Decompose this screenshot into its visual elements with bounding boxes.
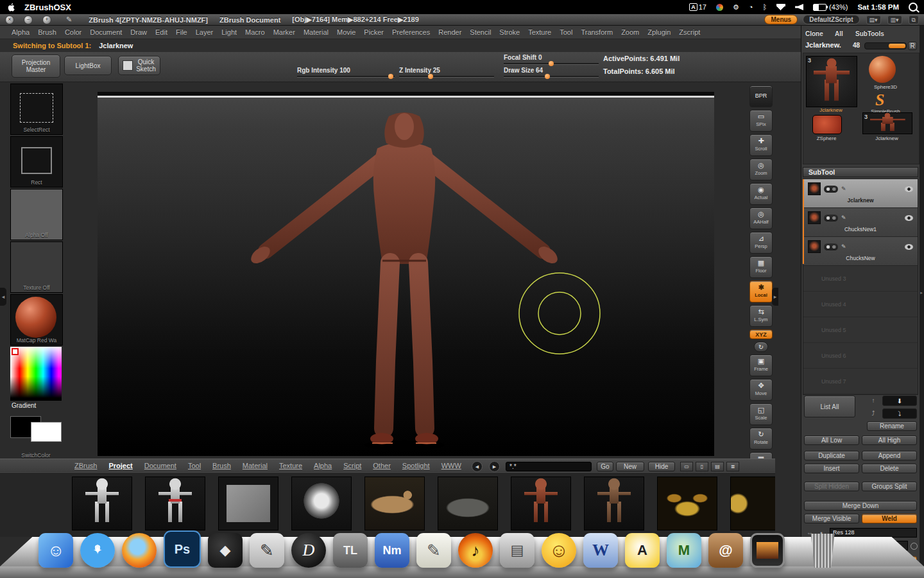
alpha-off-thumb[interactable]: Alpha Off [10,189,63,240]
paint-icon[interactable] [841,186,846,192]
subtool-empty-slot[interactable]: Unused 4 [803,292,918,317]
help-icon[interactable]: ⧉ [909,15,919,24]
default-zscript-button[interactable]: DefaultZScript [803,15,859,24]
gyro-button[interactable]: ↻ [754,342,768,352]
menu-item[interactable]: Picker [364,28,384,36]
time-machine-icon[interactable]: ◔ [749,3,753,11]
script-menu-icon[interactable]: ▥▾ [887,15,902,24]
append-button[interactable]: Append [862,451,917,460]
zoom-window-icon[interactable]: + [42,15,51,24]
rgb-intensity-slider[interactable]: Rgb Intensity 100 [297,67,395,77]
subtools-button[interactable]: SubTools [855,30,884,37]
lightbox-thumb-plane[interactable] [218,477,278,530]
lsym-button[interactable]: ⇆ L.Sym [749,305,773,327]
sphere3d-tool[interactable] [869,56,896,83]
ichat-smiley-icon[interactable]: ☺ [542,533,576,568]
spix-button[interactable]: ▭ SPix [749,110,773,132]
lightbox-tab[interactable]: Alpha [314,462,332,469]
lightbox-tab[interactable]: Tool [188,462,201,469]
aahalf-button[interactable]: ◎ AAHalf [749,207,773,229]
next-page-button[interactable]: ▶ [489,461,500,472]
lightbox-thumb-rhino[interactable] [438,477,498,530]
menubar-app-name[interactable]: ZBrushOSX [24,3,71,12]
sculpted-figure[interactable] [98,92,714,456]
firefox-icon[interactable] [122,533,157,568]
menu-item[interactable]: Tool [560,28,572,36]
filter-input[interactable] [506,462,592,471]
subtool-empty-slot[interactable]: Unused 6 [803,343,918,369]
secondary-color-swatch[interactable] [31,422,62,442]
aim-icon[interactable]: A [625,533,660,568]
word-icon[interactable]: W [583,533,618,568]
ChucksNew[interactable]: ChucksNew [803,237,918,266]
matcap-red-wax-thumb[interactable]: MatCap Red Wa [10,294,63,346]
menu-item[interactable]: File [176,28,187,36]
lightbox-thumb-mannequin-2[interactable] [145,477,205,530]
menubar-clock[interactable]: Sat 1:58 PM [857,3,899,11]
right-scroll-strip[interactable]: ▸ [919,26,924,578]
visibility-toggle[interactable] [824,243,838,250]
view-grid-icon[interactable]: ▤ [711,462,724,471]
lightbox-tab[interactable]: Script [343,462,361,469]
textedit-icon[interactable]: ✎ [416,533,451,568]
all-button[interactable]: All [835,30,843,37]
color-gradient-picker[interactable]: Gradient [10,347,62,410]
zbrush-sketch-icon[interactable]: ✎ [250,533,284,568]
input-source-icon[interactable]: A17 [689,3,706,11]
menus-button[interactable]: Menus [764,15,798,24]
subtool-empty-slot[interactable]: Unused 7 [803,369,918,394]
lightbox-thumb-sphere[interactable] [291,477,352,530]
menu-item[interactable]: Zoom [621,28,639,36]
menu-item[interactable]: Light [221,28,237,36]
minimize-window-icon[interactable]: − [24,15,33,24]
quick-sketch-button[interactable]: Quick Sketch [118,56,160,75]
all-low-button[interactable]: All Low [804,435,859,445]
menu-item[interactable]: Stroke [499,28,520,36]
eye-icon[interactable] [905,244,913,250]
zsphere-tool[interactable] [812,115,842,134]
focal-shift-slider[interactable]: Focal Shift 0 [504,54,599,64]
lightbox-tab[interactable]: Material [243,462,268,469]
hide-button[interactable]: Hide [648,462,675,471]
address-book-icon[interactable]: @ [708,533,743,568]
dragon-app-icon[interactable]: D [291,533,326,568]
lightbox-thumb-red-figure[interactable] [511,477,571,530]
menu-item[interactable]: Alpha [12,28,30,36]
photoshop-icon[interactable]: Ps [164,530,201,568]
safari-icon[interactable]: ✦ [80,533,115,568]
slider-knob[interactable] [545,74,550,79]
new-button[interactable]: New [616,462,644,471]
menu-item[interactable]: Marker [273,28,295,36]
stroke-rect-thumb[interactable]: Rect [10,136,63,188]
msn-icon[interactable]: M [667,533,701,568]
lightbox-tab[interactable]: Project [108,462,132,469]
slider-knob[interactable] [549,61,554,66]
stroke-selectrect-thumb[interactable]: SelectRect [10,83,63,135]
nm-app-icon[interactable]: Nm [375,533,409,568]
zoom-button[interactable]: ◎ Zoom [749,159,773,180]
scale-canvas-button[interactable]: ◱ Scale [749,403,773,425]
visibility-toggle[interactable] [824,186,838,193]
spotlight-search-icon[interactable] [909,3,918,12]
menu-item[interactable]: Brush [38,28,56,36]
gear-menu-icon[interactable]: ⚙ [733,3,739,12]
menu-item[interactable]: Render [438,28,461,36]
floor-button[interactable]: ▦ Floor [749,256,773,278]
Jclarknew[interactable]: Jclarknew [803,179,918,208]
eye-icon[interactable] [905,186,913,192]
lightbox-button[interactable]: LightBox [64,56,112,75]
merge-down-button[interactable]: Merge Down [804,501,917,511]
scroll-button[interactable]: ✚ Scroll [749,134,773,156]
subtool-section-header[interactable]: SubTool [803,167,918,177]
split-hidden-button[interactable]: Split Hidden [804,482,859,491]
paint-icon[interactable] [841,243,846,250]
z-intensity-slider[interactable]: Z Intensity 25 [399,67,494,77]
subtool-empty-slot[interactable]: Unused 5 [803,317,918,343]
lightbox-tab[interactable]: WWW [441,462,461,469]
menu-item[interactable]: Document [90,28,122,36]
move-down-button[interactable]: ⬇ [882,396,917,406]
apple-menu-icon[interactable] [6,2,17,12]
all-high-button[interactable]: All High [862,435,917,445]
lightbox-tab[interactable]: ZBrush [74,462,97,469]
right-tray-arrow[interactable]: ▸ [772,288,778,306]
